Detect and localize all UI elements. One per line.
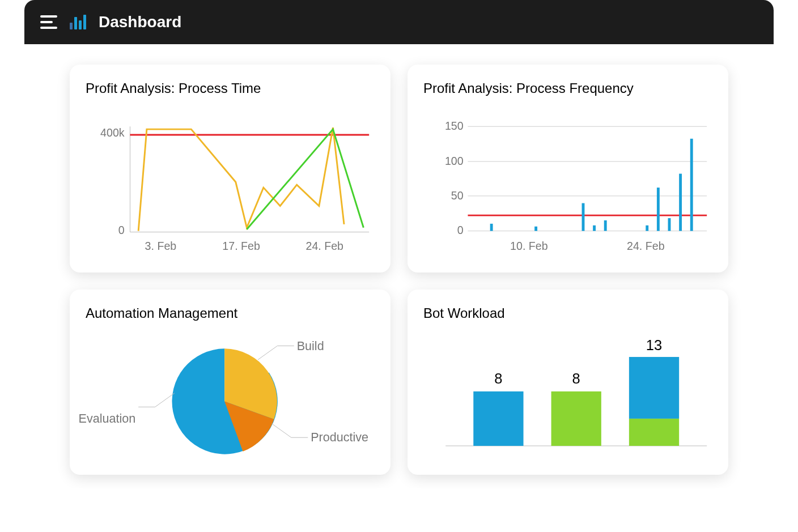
pf-y-150: 150 xyxy=(445,120,464,132)
pf-y-100: 100 xyxy=(445,155,464,167)
chart-logo-icon xyxy=(70,15,86,29)
chart-process-frequency: 150 100 50 0 10. Feb 24. Feb xyxy=(423,104,712,260)
bw-bar2 xyxy=(551,391,601,445)
svg-rect-13 xyxy=(668,218,671,231)
pie-leader-build xyxy=(258,346,294,360)
svg-rect-14 xyxy=(679,174,682,231)
bw-label-1: 8 xyxy=(494,371,502,386)
bw-bar1 xyxy=(473,391,523,445)
menu-icon[interactable] xyxy=(40,15,57,29)
svg-rect-15 xyxy=(690,139,693,231)
card-process-frequency: Profit Analysis: Process Frequency 150 1… xyxy=(408,65,728,273)
pt-y-bottom: 0 xyxy=(118,224,125,236)
pie-slices xyxy=(172,348,278,454)
bw-label-2: 8 xyxy=(572,371,580,386)
chart-process-time: 400k 0 3. Feb 17. Feb 24. Feb xyxy=(86,104,375,260)
card-bot-workload: Bot Workload 8 8 13 xyxy=(408,290,728,475)
svg-rect-6 xyxy=(490,224,493,231)
svg-rect-7 xyxy=(534,227,537,231)
pt-x3: 24. Feb xyxy=(305,240,343,252)
svg-rect-9 xyxy=(593,225,596,231)
page-title: Dashboard xyxy=(99,13,181,31)
app-frame: Dashboard Profit Analysis: Process Time … xyxy=(24,0,774,488)
pf-x2: 24. Feb xyxy=(627,240,665,252)
pie-label-evaluation: Evaluation xyxy=(79,411,136,425)
card-title-bot-workload: Bot Workload xyxy=(423,305,712,321)
bw-bar3-bottom xyxy=(629,419,679,446)
card-title-process-frequency: Profit Analysis: Process Frequency xyxy=(423,80,712,96)
card-process-time: Profit Analysis: Process Time 400k 0 3. … xyxy=(70,65,390,273)
card-title-automation: Automation Management xyxy=(86,305,375,321)
pie-label-build: Build xyxy=(297,339,324,353)
header-bar: Dashboard xyxy=(24,0,774,44)
svg-rect-8 xyxy=(582,203,585,231)
pt-orange-series xyxy=(138,127,344,231)
card-title-process-time: Profit Analysis: Process Time xyxy=(86,80,375,96)
cards-grid: Profit Analysis: Process Time 400k 0 3. … xyxy=(24,44,774,488)
pie-leader-productive xyxy=(272,423,308,437)
chart-bot-workload: 8 8 13 xyxy=(423,329,712,452)
svg-rect-11 xyxy=(646,225,648,231)
pie-leader-evaluation xyxy=(138,393,175,407)
pie-label-productive: Productive xyxy=(311,430,368,444)
pf-y-0: 0 xyxy=(457,224,464,236)
pf-y-50: 50 xyxy=(451,189,464,202)
pf-bars xyxy=(490,139,693,231)
svg-rect-10 xyxy=(604,220,607,231)
chart-automation-pie: Build Productive Evaluation xyxy=(86,329,375,462)
pt-x2: 17. Feb xyxy=(222,240,260,252)
bw-bar3-top xyxy=(629,357,679,419)
bw-label-3: 13 xyxy=(646,337,662,353)
pt-green-series xyxy=(247,129,363,229)
svg-rect-12 xyxy=(657,188,660,231)
card-automation: Automation Management Build Productive xyxy=(70,290,390,475)
pt-y-top: 400k xyxy=(100,126,125,139)
pt-x1: 3. Feb xyxy=(145,240,177,252)
pf-x1: 10. Feb xyxy=(510,240,548,252)
